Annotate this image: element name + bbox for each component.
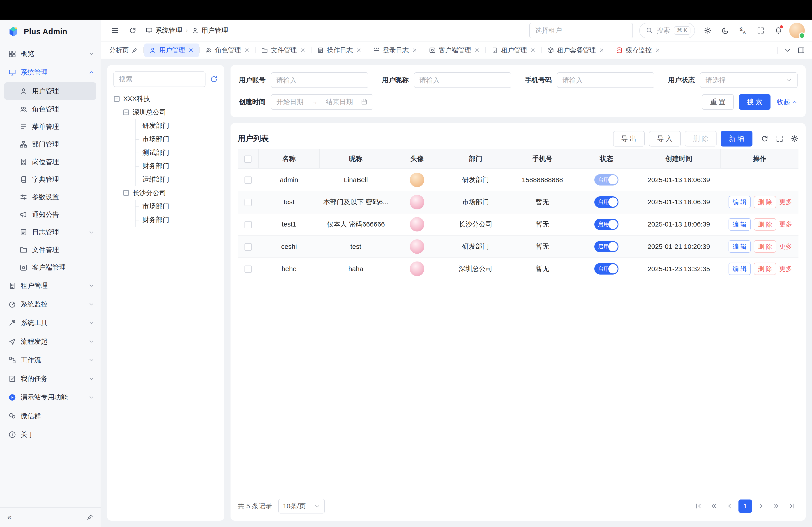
notifications-button[interactable] [772, 24, 785, 37]
close-tab-icon[interactable] [356, 47, 362, 53]
tab-5[interactable]: 登录日志 [368, 44, 423, 57]
tab-layout-icon[interactable] [798, 47, 805, 54]
sidebar-item-18[interactable]: 我的任务 [0, 370, 101, 388]
close-tab-icon[interactable] [599, 47, 605, 53]
edit-button[interactable]: 编 辑 [728, 218, 751, 230]
sidebar-item-15[interactable]: 系统工具 [0, 314, 101, 332]
row-checkbox[interactable] [245, 221, 252, 228]
tree-node-8[interactable]: 市场部门 [114, 200, 218, 213]
settings-button[interactable] [701, 24, 715, 37]
fullscreen-button[interactable] [754, 24, 768, 37]
tab-7[interactable]: 租户管理 [486, 44, 541, 57]
current-page[interactable]: 1 [738, 499, 752, 513]
filter-select[interactable] [700, 72, 797, 88]
more-button[interactable]: 更多 [779, 243, 792, 250]
more-button[interactable]: 更多 [779, 265, 792, 272]
tab-9[interactable]: 缓存监控 [611, 44, 666, 57]
tenant-select-input[interactable] [535, 27, 627, 34]
page-size-select[interactable]: 10条/页 [278, 499, 325, 513]
language-button[interactable]: 文A [737, 24, 750, 37]
close-tab-icon[interactable] [300, 47, 306, 53]
user-avatar[interactable] [789, 23, 805, 38]
delete-row-button[interactable]: 删 除 [754, 196, 776, 208]
sidebar-item-10[interactable]: 日志管理 [0, 224, 101, 241]
tab-2[interactable]: 角色管理 [200, 44, 255, 57]
next-fast-button[interactable] [770, 499, 783, 513]
sidebar-item-20[interactable]: 微信群 [0, 407, 101, 425]
sidebar-item-5[interactable]: 部门管理 [0, 135, 101, 153]
tree-search-input[interactable] [119, 75, 200, 83]
tab-menu-chevron-icon[interactable] [784, 47, 791, 54]
sidebar-item-11[interactable]: 文件管理 [0, 241, 101, 259]
first-page-button[interactable] [692, 499, 705, 513]
refresh-page-icon[interactable] [126, 24, 140, 37]
delete-row-button[interactable]: 删 除 [754, 262, 776, 275]
sidebar-item-1[interactable]: 系统管理 [0, 63, 101, 82]
edit-button[interactable]: 编 辑 [728, 262, 751, 275]
sidebar-item-8[interactable]: 参数设置 [0, 189, 101, 206]
tab-8[interactable]: 租户套餐管理 [542, 44, 610, 57]
date-range-picker[interactable]: 开始日期 → 结束日期 [271, 94, 374, 110]
row-checkbox[interactable] [245, 266, 252, 273]
prev-page-button[interactable] [723, 499, 737, 513]
status-toggle[interactable]: 启用 [594, 241, 619, 253]
row-checkbox[interactable] [245, 199, 252, 206]
tree-node-4[interactable]: 测试部门 [114, 146, 218, 160]
tree-node-2[interactable]: 研发部门 [114, 119, 218, 133]
table-fullscreen-icon[interactable] [776, 135, 783, 142]
delete-row-button[interactable]: 删 除 [754, 218, 776, 230]
row-checkbox[interactable] [245, 177, 252, 184]
sidebar-item-9[interactable]: 通知公告 [0, 206, 101, 224]
tree-node-3[interactable]: 市场部门 [114, 133, 218, 146]
close-tab-icon[interactable] [188, 47, 194, 53]
breadcrumb-item-0[interactable]: 系统管理 [145, 26, 182, 35]
filter-input[interactable] [706, 76, 782, 84]
select-all-checkbox[interactable] [244, 155, 251, 163]
filter-input[interactable] [563, 76, 649, 84]
sidebar-item-17[interactable]: 工作流 [0, 351, 101, 370]
status-toggle[interactable]: 启用 [594, 263, 619, 274]
delete-row-button[interactable]: 删 除 [754, 240, 776, 253]
filter-input[interactable] [277, 76, 363, 84]
hamburger-menu-icon[interactable] [108, 24, 122, 37]
export-button[interactable]: 导 出 [613, 131, 645, 147]
sidebar-item-19[interactable]: 演示站专用功能 [0, 388, 101, 407]
import-button[interactable]: 导 入 [649, 131, 681, 147]
tree-search-box[interactable] [114, 72, 206, 87]
tree-node-9[interactable]: 财务部门 [114, 213, 218, 227]
sidebar-item-6[interactable]: 岗位管理 [0, 153, 101, 171]
close-tab-icon[interactable] [244, 47, 250, 53]
edit-button[interactable]: 编 辑 [728, 196, 751, 208]
add-button[interactable]: 新 增 [721, 131, 752, 147]
close-tab-icon[interactable] [530, 47, 536, 53]
close-tab-icon[interactable] [474, 47, 480, 53]
close-tab-icon[interactable] [412, 47, 418, 53]
sidebar-item-3[interactable]: 角色管理 [0, 100, 101, 118]
reset-button[interactable]: 重 置 [702, 94, 734, 110]
status-toggle[interactable]: 启用 [594, 196, 619, 208]
tree-node-1[interactable]: 深圳总公司 [114, 105, 218, 119]
edit-button[interactable]: 编 辑 [728, 240, 751, 253]
tree-node-6[interactable]: 运维部门 [114, 173, 218, 186]
filter-input[interactable] [420, 76, 506, 84]
tab-6[interactable]: 客户端管理 [424, 44, 485, 57]
filter-input-box[interactable] [414, 72, 511, 88]
status-toggle[interactable]: 启用 [594, 219, 619, 230]
global-search[interactable]: 搜索 ⌘ K [639, 23, 695, 38]
filter-input-box[interactable] [271, 72, 368, 88]
tab-1[interactable]: 用户管理 [144, 44, 199, 57]
next-page-button[interactable] [754, 499, 768, 513]
tab-0[interactable]: 分析页 [104, 44, 143, 57]
collapse-sidebar-icon[interactable]: « [7, 513, 12, 522]
sidebar-item-21[interactable]: 关于 [0, 425, 101, 444]
sidebar-item-16[interactable]: 流程发起 [0, 332, 101, 351]
more-button[interactable]: 更多 [779, 221, 792, 228]
sidebar-item-14[interactable]: 系统监控 [0, 295, 101, 314]
pin-icon[interactable] [87, 514, 93, 521]
more-button[interactable]: 更多 [779, 198, 792, 205]
tab-3[interactable]: 文件管理 [256, 44, 311, 57]
status-toggle[interactable]: 启用 [594, 174, 619, 186]
tab-4[interactable]: 操作日志 [312, 44, 367, 57]
collapse-filter-link[interactable]: 收起 [777, 97, 798, 107]
row-checkbox[interactable] [245, 243, 252, 251]
